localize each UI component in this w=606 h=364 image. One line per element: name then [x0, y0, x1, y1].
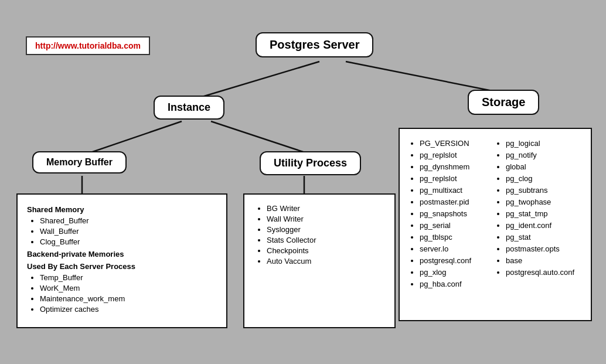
list-item: pg_snapshots — [420, 209, 495, 218]
list-item: pg_replslot — [420, 151, 495, 159]
list-item: Wall_Buffer — [40, 227, 217, 236]
list-item: Stats Collector — [267, 236, 385, 244]
backend-label: Backend-private Memories — [27, 250, 217, 258]
used-by-label: Used By Each Server Process — [27, 262, 217, 271]
list-item: pg_dynshmem — [420, 162, 495, 171]
list-item: pg_stat_tmp — [506, 209, 581, 218]
utility-items-list: BG Writer Wall Writer Syslogger Stats Co… — [254, 204, 385, 266]
url-label: http://www.tutorialdba.com — [26, 36, 150, 55]
list-item: Clog_Buffer — [40, 237, 217, 246]
node-memory-buffer: Memory Buffer — [32, 151, 127, 174]
list-item: pg_xlog — [420, 268, 495, 277]
svg-line-0 — [202, 62, 319, 97]
memory-buffer-box: Shared Memory Shared_Buffer Wall_Buffer … — [16, 193, 227, 328]
node-postgres: Postgres Server — [256, 32, 373, 57]
shared-items-list: Shared_Buffer Wall_Buffer Clog_Buffer — [27, 216, 217, 246]
svg-line-1 — [346, 62, 495, 91]
list-item: Temp_Buffer — [40, 273, 217, 282]
shared-memory-label: Shared Memory — [27, 205, 217, 214]
list-item: Shared_Buffer — [40, 216, 217, 225]
list-item: global — [506, 162, 581, 171]
list-item: postmaster.pid — [420, 198, 495, 206]
list-item: Optimizer caches — [40, 305, 217, 314]
list-item: pg_notify — [506, 151, 581, 159]
list-item: pg_twophase — [506, 198, 581, 206]
list-item: PG_VERSION — [420, 139, 495, 148]
list-item: Maintenance_work_mem — [40, 294, 217, 303]
node-instance: Instance — [154, 96, 224, 120]
list-item: pg_clog — [506, 174, 581, 183]
list-item: BG Writer — [267, 204, 385, 213]
list-item: Auto Vaccum — [267, 257, 385, 266]
list-item: pg_replslot — [420, 174, 495, 183]
list-item: pg_logical — [506, 139, 581, 148]
storage-box: PG_VERSION pg_replslot pg_dynshmem pg_re… — [399, 128, 592, 321]
list-item: WorK_Mem — [40, 284, 217, 292]
list-item: base — [506, 256, 581, 265]
list-item: pg_tblspc — [420, 233, 495, 241]
list-item: server.lo — [420, 244, 495, 253]
storage-col1: PG_VERSION pg_replslot pg_dynshmem pg_re… — [409, 136, 495, 291]
list-item: Wall Writer — [267, 215, 385, 223]
list-item: postgresql.auto.conf — [506, 268, 581, 277]
list-item: postmaster.opts — [506, 244, 581, 253]
storage-columns: PG_VERSION pg_replslot pg_dynshmem pg_re… — [409, 136, 581, 291]
list-item: Checkpoints — [267, 246, 385, 255]
svg-line-2 — [91, 121, 182, 152]
utility-process-box: BG Writer Wall Writer Syslogger Stats Co… — [243, 193, 396, 328]
backend-items-list: Temp_Buffer WorK_Mem Maintenance_work_me… — [27, 273, 217, 314]
list-item: postgresql.conf — [420, 256, 495, 265]
list-item: pg_hba.conf — [420, 280, 495, 288]
storage-col2: pg_logical pg_notify global pg_clog pg_s… — [495, 136, 581, 291]
svg-line-3 — [211, 121, 305, 152]
node-storage: Storage — [468, 90, 539, 115]
list-item: pg_stat — [506, 233, 581, 241]
list-item: pg_serial — [420, 221, 495, 230]
list-item: Syslogger — [267, 225, 385, 234]
node-utility-process: Utility Process — [260, 151, 361, 175]
list-item: pg_multixact — [420, 186, 495, 195]
url-text: http://www.tutorialdba.com — [35, 41, 141, 50]
list-item: pg_ident.conf — [506, 221, 581, 230]
list-item: pg_subtrans — [506, 186, 581, 195]
